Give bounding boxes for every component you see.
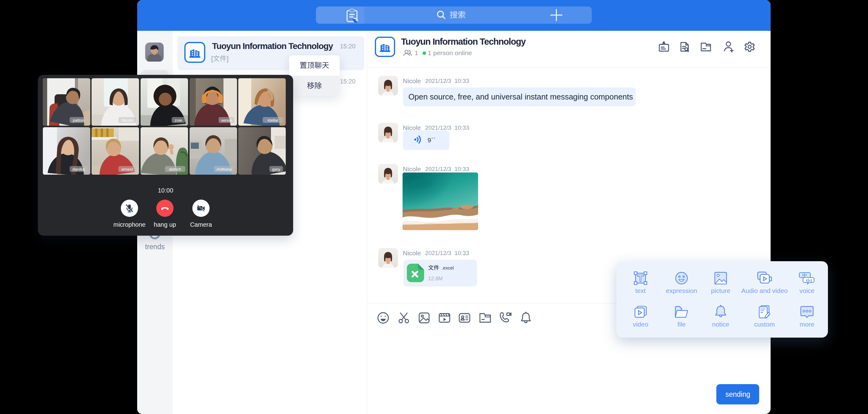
svg-text:zoie: zoie: [175, 118, 183, 123]
svg-text:ernest: ernest: [121, 167, 133, 171]
svg-text:Anthony: Anthony: [216, 167, 232, 171]
svg-text:patton: patton: [73, 118, 85, 123]
svg-text:Nicole: Nicole: [121, 118, 133, 123]
svg-text:venus: venus: [221, 118, 232, 123]
svg-text:gary: gary: [272, 167, 280, 171]
svg-text:stellar: stellar: [267, 118, 279, 123]
svg-text:aldrich: aldrich: [169, 167, 181, 171]
svg-text:danika: danika: [72, 167, 85, 171]
